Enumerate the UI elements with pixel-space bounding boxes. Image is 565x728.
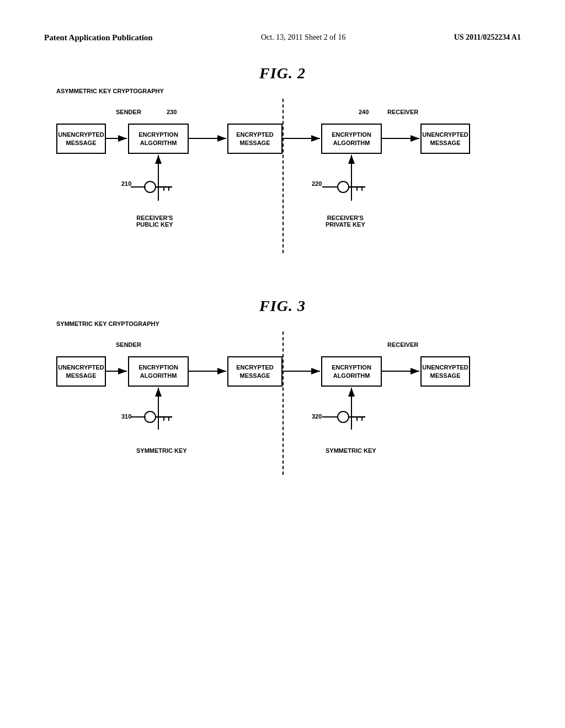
header-publication-label: Patent Application Publication — [44, 33, 153, 42]
fig2-ref230: 230 — [167, 109, 177, 115]
fig2-key1-label: RECEIVER'SPUBLIC KEY — [136, 215, 173, 228]
fig2-ref220: 220 — [312, 180, 322, 187]
fig2-receiver-label: RECEIVER — [387, 109, 418, 115]
fig2-box3: ENCRYPTEDMESSAGE — [227, 124, 282, 154]
fig2-box1: UNENCRYPTEDMESSAGE — [56, 124, 106, 154]
fig2-ref210: 210 — [121, 180, 131, 187]
fig3-box1: UNENCRYPTEDMESSAGE — [56, 356, 106, 387]
fig2-box5: UNENCRYPTEDMESSAGE — [420, 124, 470, 154]
fig3-ref320: 320 — [312, 413, 322, 420]
fig3-container: SYMMETRIC KEY CRYPTOGRAPHY SENDER RECEIV… — [56, 331, 509, 475]
fig3-diagram: SYMMETRIC KEY CRYPTOGRAPHY SENDER RECEIV… — [44, 331, 521, 475]
fig2-box2: ENCRYPTIONALGORITHM — [128, 124, 189, 154]
svg-point-9 — [145, 181, 156, 192]
svg-point-13 — [338, 181, 349, 192]
fig3-box5: UNENCRYPTEDMESSAGE — [420, 356, 470, 387]
fig3-ref310: 310 — [121, 413, 131, 420]
fig2-container: ASYMMETRIC KEY CRYPTOGRAPHY SENDER 230 R… — [56, 99, 509, 253]
fig3-section-label: SYMMETRIC KEY CRYPTOGRAPHY — [56, 320, 159, 327]
fig2-section: FIG. 2 ASYMMETRIC KEY CRYPTOGRAPHY SENDE… — [44, 65, 521, 253]
fig2-ref240: 240 — [359, 109, 369, 115]
fig3-box3: ENCRYPTEDMESSAGE — [227, 356, 282, 387]
fig2-diagram: ASYMMETRIC KEY CRYPTOGRAPHY SENDER 230 R… — [44, 99, 521, 253]
fig3-key2-label: SYMMETRIC KEY — [326, 447, 376, 454]
header: Patent Application Publication Oct. 13, … — [44, 33, 521, 42]
fig3-box4: ENCRYPTIONALGORITHM — [321, 356, 382, 387]
fig3-dashed-line — [282, 331, 284, 475]
fig3-title: FIG. 3 — [44, 297, 521, 315]
fig3-key1-label: SYMMETRIC KEY — [136, 447, 187, 454]
svg-point-26 — [145, 411, 156, 422]
fig2-section-label: ASYMMETRIC KEY CRYPTOGRAPHY — [56, 88, 164, 94]
fig3-section: FIG. 3 SYMMETRIC KEY CRYPTOGRAPHY SENDER… — [44, 297, 521, 475]
header-date-sheet: Oct. 13, 2011 Sheet 2 of 16 — [261, 33, 345, 42]
fig2-dashed-line — [282, 99, 284, 253]
fig2-box4: ENCRYPTIONALGORITHM — [321, 124, 382, 154]
page: Patent Application Publication Oct. 13, … — [0, 0, 565, 728]
fig3-sender-label: SENDER — [116, 341, 141, 348]
fig3-box2: ENCRYPTIONALGORITHM — [128, 356, 189, 387]
header-patent-number: US 2011/0252234 A1 — [454, 33, 521, 42]
fig2-sender-label: SENDER — [116, 109, 141, 115]
svg-point-30 — [338, 411, 349, 422]
fig2-key2-label: RECEIVER'SPRIVATE KEY — [326, 215, 365, 228]
fig3-receiver-label: RECEIVER — [387, 341, 418, 348]
fig2-title: FIG. 2 — [44, 65, 521, 82]
